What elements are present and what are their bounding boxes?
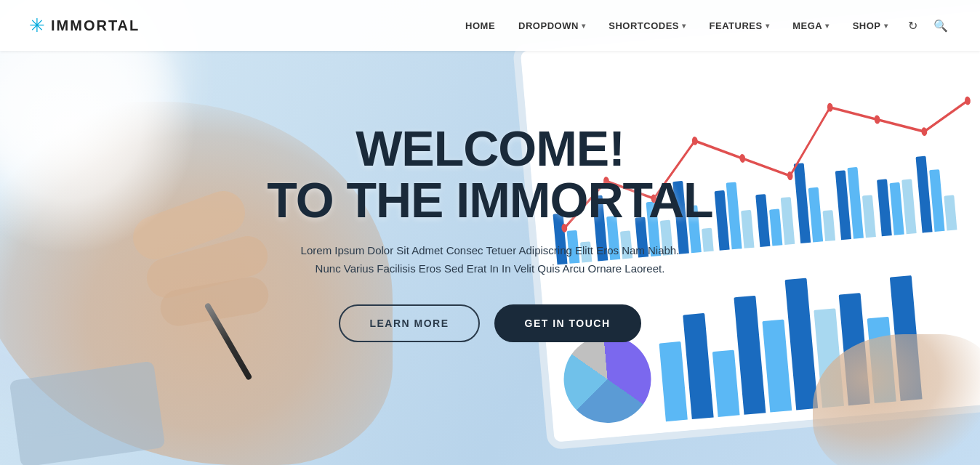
chevron-down-icon: ▾: [825, 22, 830, 30]
bottom-bar: [814, 308, 844, 408]
chart-bar: [901, 179, 916, 234]
bottom-bar: [659, 341, 688, 421]
chart-bar: [822, 210, 835, 241]
nav-icons: ↻ 🔍: [905, 16, 951, 36]
refresh-icon[interactable]: ↻: [905, 16, 920, 36]
hero-section: WELCOME! TO THE IMMORTAL Lorem Ipsum Dol…: [0, 0, 980, 465]
search-icon[interactable]: 🔍: [931, 16, 951, 36]
chart-bar: [944, 195, 957, 230]
bottom-bar: [712, 350, 740, 417]
hero-subtitle: Lorem Ipsum Dolor Sit Admet Consec Tetue…: [236, 241, 744, 278]
nav-shop[interactable]: SHOP ▾: [843, 15, 898, 37]
chevron-down-icon: ▾: [582, 22, 586, 30]
hero-title-line1: WELCOME!: [236, 123, 744, 174]
chart-bar: [862, 195, 876, 238]
nav-home[interactable]: HOME: [455, 15, 505, 37]
bar-group-10: [915, 154, 957, 233]
nav-features[interactable]: FEATURES ▾: [699, 15, 780, 37]
bar-group-6: [755, 192, 795, 247]
chart-bar: [781, 197, 795, 245]
logo-text: IMMORTAL: [51, 17, 140, 34]
bottom-bar: [762, 319, 792, 412]
chevron-down-icon: ▾: [884, 22, 888, 30]
pie-chart-circle: [561, 332, 655, 426]
chart-bar: [769, 209, 782, 246]
learn-more-button[interactable]: LEARN MORE: [339, 304, 479, 342]
nav-mega[interactable]: MEGA ▾: [782, 15, 840, 37]
bottom-bar: [867, 317, 896, 403]
chevron-down-icon: ▾: [682, 22, 686, 30]
header: ✳ IMMORTAL HOME DROPDOWN ▾ SHORTCODES ▾ …: [0, 0, 980, 51]
nav-dropdown[interactable]: DROPDOWN ▾: [508, 15, 595, 37]
bar-group-8: [835, 166, 876, 240]
chevron-down-icon: ▾: [766, 22, 770, 30]
get-in-touch-button[interactable]: GET IN TOUCH: [494, 304, 641, 342]
pie-chart: [561, 332, 655, 426]
logo[interactable]: ✳ IMMORTAL: [29, 16, 140, 35]
bar-group-9: [877, 177, 917, 236]
bar-group-7: [794, 161, 835, 243]
chart-bar: [915, 156, 932, 233]
chart-bar: [808, 187, 823, 243]
hero-buttons: LEARN MORE GET IN TOUCH: [236, 304, 744, 342]
hero-title-line2: TO THE IMMORTAL: [236, 175, 744, 227]
hero-content: WELCOME! TO THE IMMORTAL Lorem Ipsum Dol…: [236, 123, 744, 342]
chart-bar: [755, 194, 770, 247]
bottom-bar: [839, 293, 870, 405]
nav-shortcodes[interactable]: SHORTCODES ▾: [598, 15, 696, 37]
chart-bar: [794, 163, 811, 243]
main-nav: HOME DROPDOWN ▾ SHORTCODES ▾ FEATURES ▾ …: [455, 15, 898, 37]
logo-icon: ✳: [29, 16, 45, 35]
